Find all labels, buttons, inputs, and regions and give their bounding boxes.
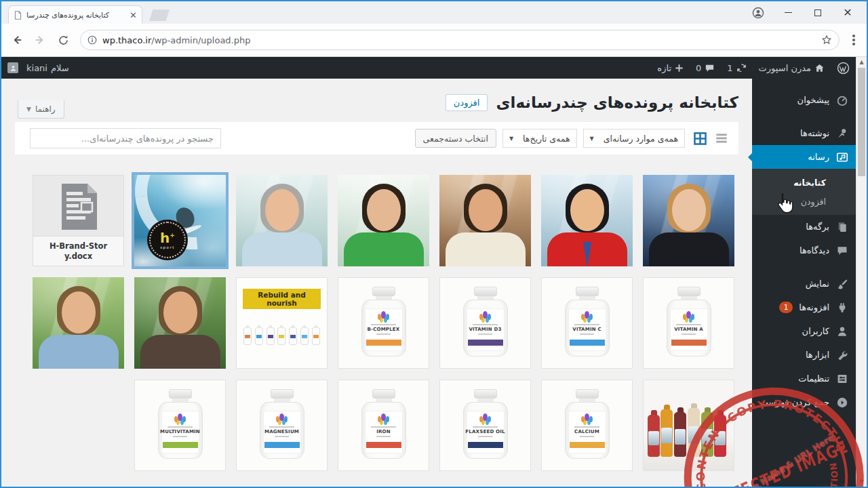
new-tab-button[interactable] — [149, 9, 170, 21]
browser-menu-icon[interactable] — [846, 30, 861, 50]
add-new-button[interactable]: افزودن — [446, 94, 488, 111]
media-item-vitamin-c-bottle[interactable]: VITAMIN C — [541, 277, 633, 369]
media-item-document-file[interactable]: H-Brand-Story.docx — [33, 175, 124, 266]
sidebar-item-comments[interactable]: دیدگاه‌ها — [752, 239, 856, 262]
users-icon — [835, 325, 849, 338]
media-item-businesswoman-photo[interactable] — [643, 175, 734, 266]
media-item-man-red-shirt-photo[interactable] — [541, 175, 633, 266]
media-item-woman-white-top-photo[interactable] — [439, 175, 531, 266]
multivitamin-bottle: MULTIVITAMIN — [134, 380, 226, 471]
media-item-vitamin-a-bottle[interactable]: VITAMIN A — [643, 277, 734, 369]
sidebar-item-dashboard[interactable]: پیشخوان — [752, 88, 856, 112]
brand-flower-logo — [483, 413, 488, 421]
media-grid: h+ sport H-Brand-Story.docx VITAMIN A VI… — [1, 155, 752, 482]
media-item-man-blue-shirt-photo[interactable] — [33, 277, 124, 369]
date-filter[interactable]: همه‌ی تاریخ‌ها ▼ — [502, 129, 577, 148]
sidebar-item-posts[interactable]: نوشته‌ها — [752, 121, 856, 145]
reload-button[interactable] — [53, 30, 73, 50]
media-item-woman-green-top-photo[interactable] — [338, 175, 429, 266]
hplus-sport-logo: h+ sport — [149, 222, 186, 258]
woman-green-top-photo — [338, 175, 429, 266]
sidebar-item-appearance[interactable]: نمایش — [752, 272, 856, 296]
calcium-bottle: CALCIUM — [541, 380, 633, 471]
flaxseed-oil-bottle: FLAXSEED OIL — [439, 380, 531, 471]
url-text: wp.thaco.ir/wp-admin/upload.php — [102, 35, 816, 45]
scroll-up-icon[interactable]: ▲ — [856, 57, 867, 67]
media-item-surfer-wave-image[interactable]: h+ sport — [134, 175, 226, 266]
product-name: IRON — [376, 429, 391, 434]
media-item-multivitamin-bottle[interactable]: MULTIVITAMIN — [134, 380, 226, 471]
sidebar-item-collapse[interactable]: جمع کردن فهرست — [752, 390, 856, 414]
browser-scrollbar[interactable]: ▲ ▼ — [856, 57, 867, 487]
media-item-flaxseed-oil-bottle[interactable]: FLAXSEED OIL — [439, 380, 531, 471]
main-content: راهنما ▼ کتابخانه پرونده‌های چندرسانه‌ای… — [1, 79, 752, 487]
submenu-item[interactable]: افزودن — [752, 192, 856, 211]
new-content-link[interactable]: تازه — [651, 57, 690, 79]
updates-link[interactable]: 1 — [721, 57, 752, 79]
collapse-icon — [835, 396, 849, 409]
media-item-magnesium-bottle[interactable]: MAGNESIUM — [236, 380, 328, 471]
close-button[interactable]: ✕ — [833, 1, 863, 24]
scroll-down-icon[interactable]: ▼ — [856, 476, 867, 487]
sidebar-item-label: تنظیمات — [798, 373, 829, 384]
sidebar-item-settings[interactable]: تنظیمات — [752, 367, 856, 390]
sidebar-item-media[interactable]: رسانه — [752, 145, 856, 169]
media-item-iron-bottle[interactable]: IRON — [338, 380, 429, 471]
media-type-filter[interactable]: همه‌ی موارد رسانه‌ای ▼ — [583, 129, 685, 148]
chevron-down-icon: ▼ — [590, 136, 594, 142]
forward-button[interactable] — [30, 30, 50, 50]
url-host: wp.thaco.ir — [102, 35, 151, 45]
posts-icon — [835, 127, 849, 140]
sidebar-item-users[interactable]: کاربران — [752, 319, 856, 343]
sidebar-item-tools[interactable]: ابزارها — [752, 343, 856, 367]
media-item-smiling-man-photo[interactable] — [134, 277, 226, 369]
list-view-button[interactable] — [713, 129, 730, 147]
media-item-calcium-bottle[interactable]: CALCIUM — [541, 380, 633, 471]
settings-icon — [835, 372, 849, 386]
product-name: B-COMPLEX — [368, 327, 400, 332]
maximize-button[interactable] — [803, 1, 833, 24]
site-name-link[interactable]: مدرن اسپورت — [753, 57, 831, 79]
submenu-item[interactable]: کتابخانه — [752, 173, 856, 192]
minimize-button[interactable] — [773, 1, 803, 24]
comments-bubble-icon — [705, 63, 715, 73]
browser-tab[interactable]: کتابخانه پرونده‌های چندرسا ✕ — [8, 5, 142, 24]
media-item-vitamin-d-bottle[interactable]: VITAMIN D3 — [439, 277, 531, 369]
sidebar-item-label: ابزارها — [806, 350, 829, 360]
media-item-gray-haired-man-photo[interactable] — [236, 175, 328, 266]
help-label: راهنما — [35, 104, 56, 114]
wp-logo[interactable] — [831, 57, 856, 79]
page-favicon — [14, 11, 22, 20]
brand-flower-logo — [686, 311, 691, 319]
comments-link[interactable]: 0 — [690, 57, 721, 79]
document-icon — [33, 182, 123, 231]
media-type-filter-value: همه‌ی موارد رسانه‌ای — [604, 134, 678, 144]
comment-count: 0 — [696, 63, 701, 73]
media-item-b-complex-bottle[interactable]: B-COMPLEX — [338, 277, 429, 369]
vitamin-c-bottle: VITAMIN C — [541, 277, 633, 369]
product-name: FLAXSEED OIL — [465, 429, 505, 434]
brand-flower-logo — [178, 413, 182, 421]
sidebar-item-plugins[interactable]: افزونه‌ها1 — [752, 296, 856, 319]
greeting-text: سلام — [51, 63, 69, 73]
sidebar-item-label: نمایش — [806, 279, 829, 289]
search-input[interactable] — [30, 128, 221, 148]
help-button[interactable]: راهنما ▼ — [18, 100, 64, 119]
profile-icon[interactable] — [743, 1, 773, 24]
bulk-select-button[interactable]: انتخاب دسته‌جمعی — [415, 129, 496, 148]
media-toolbar: همه‌ی موارد رسانه‌ای ▼ همه‌ی تاریخ‌ها ▼ … — [15, 122, 738, 155]
user-account-link[interactable]: سلام kiani — [1, 57, 75, 79]
chevron-down-icon: ▼ — [26, 106, 31, 113]
tab-close-icon[interactable]: ✕ — [130, 11, 137, 20]
url-bar[interactable]: wp.thaco.ir/wp-admin/upload.php — [80, 30, 840, 50]
back-button[interactable] — [7, 30, 27, 50]
media-item-rebuild-nourish-image[interactable]: Rebuild and nourish — [236, 277, 328, 369]
info-icon[interactable] — [87, 35, 97, 45]
media-item-drink-bottles-image[interactable] — [643, 380, 734, 471]
sidebar-item-pages[interactable]: برگه‌ها — [752, 215, 856, 239]
document-filename: H-Brand-Story.docx — [33, 236, 123, 266]
iron-bottle: IRON — [338, 380, 429, 471]
grid-view-button[interactable] — [691, 129, 709, 147]
bookmark-star-icon[interactable] — [821, 35, 832, 45]
scrollbar-thumb[interactable] — [858, 68, 865, 176]
